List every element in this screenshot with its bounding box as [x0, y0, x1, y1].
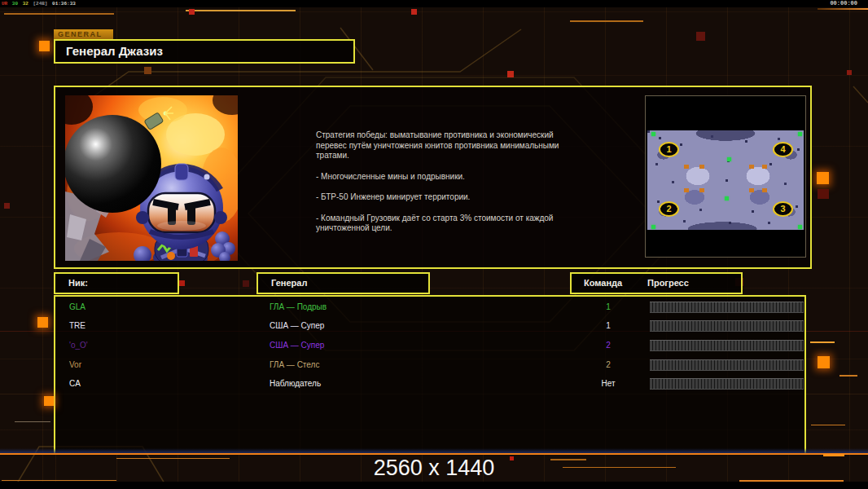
decor-line	[840, 375, 857, 377]
player-general: ГЛА — Подрыв	[270, 297, 327, 317]
decor-square	[44, 396, 54, 406]
debug-overlay: UR 30 32 [24B] 01:36:33	[2, 1, 77, 7]
general-info-panel: Стратегия победы: выматывание противника…	[54, 86, 812, 269]
decor-square	[37, 317, 48, 328]
decor-square	[4, 203, 10, 209]
decor-square	[507, 71, 514, 77]
decor-square	[411, 9, 417, 15]
minimap-dot-orange	[699, 165, 704, 169]
decor-line	[4, 13, 114, 15]
player-progress-bar	[650, 302, 804, 313]
decor-line	[15, 421, 50, 422]
player-progress-bar	[650, 378, 804, 390]
minimap-dot-green	[725, 196, 729, 200]
player-progress-bar	[650, 340, 804, 351]
briefing-paragraph: Стратегия победы: выматывание противника…	[316, 130, 570, 161]
general-title-box: Генерал Джазиз	[54, 39, 355, 64]
minimap: 1 4 2 3	[645, 95, 806, 258]
decor-line	[570, 20, 643, 22]
player-nick: TRE	[69, 316, 85, 336]
decor-square	[818, 356, 830, 368]
header-team-progress: Команда Прогресс	[570, 272, 743, 294]
minimap-dot-orange	[749, 165, 754, 169]
player-row: CA Наблюдатель Нет	[55, 374, 804, 394]
header-nick: Ник:	[54, 272, 179, 294]
decor-square	[179, 280, 185, 286]
minimap-dot-green	[727, 157, 731, 161]
decor-square	[189, 9, 195, 15]
decor-square	[818, 189, 829, 199]
general-portrait	[65, 95, 238, 261]
decor-line	[186, 10, 296, 11]
minimap-dot-green	[651, 225, 655, 229]
decor-line	[818, 8, 868, 10]
debug-app: UR	[2, 1, 7, 7]
player-progress-bar	[650, 359, 804, 371]
briefing-paragraph: - Многочисленные мины и подрывники.	[316, 172, 570, 183]
loading-screen: UR 30 32 [24B] 01:36:33 00:00:00 GENERAL…	[0, 0, 868, 489]
spawn-marker: 4	[773, 142, 793, 157]
minimap-dot-orange	[749, 188, 754, 192]
minimap-dot-orange	[762, 188, 767, 192]
player-row: TRE США — Супер 1	[55, 316, 804, 336]
top-status-bar: UR 30 32 [24B] 01:36:33 00:00:00	[0, 0, 868, 7]
player-team: 1	[584, 297, 633, 317]
player-row: GLA ГЛА — Подрыв 1	[55, 297, 804, 317]
header-general: Генерал	[256, 272, 430, 294]
resolution-label: 2560 x 1440	[0, 456, 868, 481]
decor-square	[39, 41, 50, 51]
decor-line	[810, 341, 835, 343]
debug-fps: 30	[12, 1, 18, 7]
strategy-briefing: Стратегия победы: выматывание противника…	[316, 130, 570, 244]
player-general: Наблюдатель	[270, 374, 321, 394]
decor-line	[811, 425, 845, 425]
spawn-marker: 2	[659, 201, 679, 217]
decor-square	[696, 32, 705, 41]
minimap-speckles	[647, 130, 650, 133]
player-row: Vor ГЛА — Стелс 2	[55, 355, 804, 375]
debug-mem: [24B]	[33, 1, 47, 7]
minimap-dot-green	[798, 225, 802, 229]
player-team: 2	[584, 355, 633, 375]
player-row: 'o_O' США — Супер 2	[55, 336, 804, 355]
minimap-dot-orange	[684, 188, 689, 192]
footer-divider-line	[0, 453, 868, 455]
decor-line	[823, 454, 844, 456]
player-progress-bar	[650, 320, 804, 332]
player-nick: 'o_O'	[69, 336, 88, 355]
bottom-black-bar	[0, 482, 868, 489]
spawn-marker: 3	[773, 201, 793, 217]
player-list: GLA ГЛА — Подрыв 1 TRE США — Супер 1 'o_…	[54, 295, 806, 454]
player-team: Нет	[584, 374, 633, 394]
debug-value: 32	[23, 1, 28, 7]
decor-square	[243, 280, 249, 287]
header-team: Команда	[584, 274, 622, 292]
minimap-dot-orange	[762, 165, 767, 169]
spawn-marker: 1	[659, 142, 679, 157]
briefing-paragraph: - Командный Грузовик даёт со старта 3% с…	[316, 214, 570, 234]
player-nick: GLA	[69, 297, 85, 317]
player-nick: Vor	[69, 355, 81, 375]
debug-time: 01:36:33	[52, 1, 76, 7]
player-general: ГЛА — Стелс	[270, 355, 319, 375]
general-name: Генерал Джазиз	[55, 41, 353, 61]
player-general: США — Супер	[270, 316, 324, 336]
player-team: 2	[584, 336, 633, 355]
player-nick: CA	[69, 374, 81, 394]
minimap-dot-orange	[699, 188, 704, 192]
minimap-dot-orange	[684, 165, 689, 169]
decor-square	[510, 456, 514, 460]
player-team: 1	[584, 316, 633, 336]
player-general: США — Супер	[270, 336, 324, 355]
decor-square	[144, 67, 151, 74]
briefing-paragraph: - БТР-50 Инженер минирует территории.	[316, 192, 570, 203]
game-clock: 00:00:00	[830, 1, 857, 7]
header-progress: Прогресс	[647, 274, 689, 292]
minimap-dot-green	[651, 132, 655, 136]
decor-square	[817, 172, 829, 184]
decor-square	[847, 70, 852, 75]
minimap-dot-green	[798, 132, 802, 136]
